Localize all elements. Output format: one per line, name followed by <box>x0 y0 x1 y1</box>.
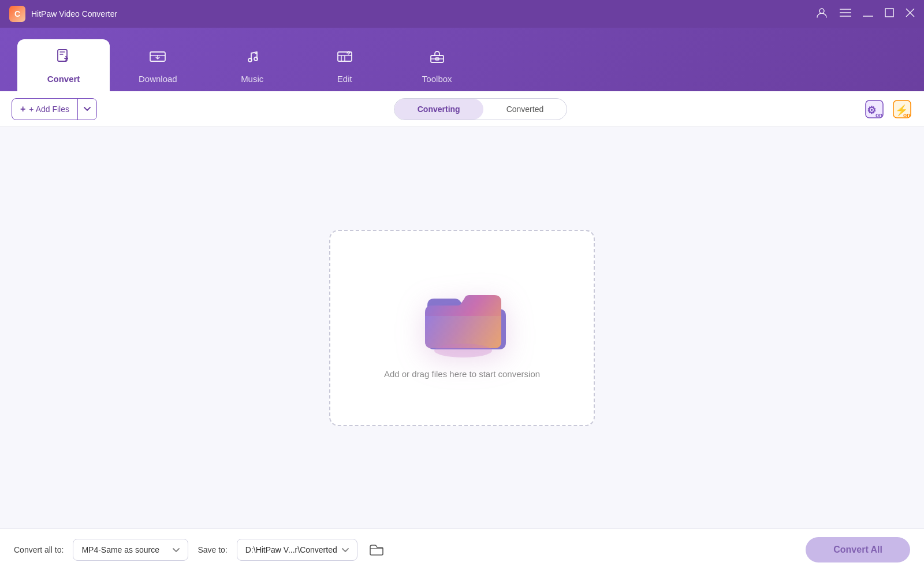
tab-music[interactable]: Music <box>206 39 299 91</box>
svg-point-12 <box>254 57 258 61</box>
svg-text:on: on <box>903 112 910 118</box>
tab-download-label: Download <box>139 74 177 84</box>
tab-edit[interactable]: Edit <box>299 39 391 91</box>
svg-rect-8 <box>58 50 67 61</box>
bottom-bar: Convert all to: MP4-Same as source Save … <box>0 528 924 570</box>
main-content: Add or drag files here to start conversi… <box>0 127 924 528</box>
hw-accel-icon[interactable]: ⚙ on <box>864 99 885 120</box>
download-tab-icon <box>148 47 167 69</box>
convert-tab-icon <box>54 47 73 69</box>
drop-zone[interactable]: Add or drag files here to start conversi… <box>329 230 595 426</box>
converting-tab[interactable]: Converting <box>394 99 483 120</box>
music-tab-icon <box>243 47 262 69</box>
svg-point-23 <box>434 344 492 357</box>
toolbar-right: ⚙ on ⚡ on <box>864 99 912 120</box>
convert-all-to-label: Convert all to: <box>14 545 64 554</box>
menu-icon[interactable] <box>840 8 851 20</box>
save-to-label: Save to: <box>198 545 227 554</box>
svg-point-11 <box>248 58 252 62</box>
account-icon[interactable] <box>815 6 828 21</box>
tab-edit-label: Edit <box>337 74 352 84</box>
nav-bar: Convert Download Music <box>0 28 924 91</box>
toggle-group: Converting Converted <box>394 98 567 120</box>
window-controls <box>815 6 915 21</box>
add-files-dropdown-arrow[interactable] <box>78 99 96 120</box>
format-value: MP4-Same as source <box>81 545 159 554</box>
toolbox-tab-icon <box>428 47 446 69</box>
save-path-select[interactable]: D:\HitPaw V...r\Converted <box>237 539 357 561</box>
drop-zone-text: Add or drag files here to start conversi… <box>384 369 540 379</box>
tab-download[interactable]: Download <box>110 39 206 91</box>
plus-icon: + <box>20 104 25 114</box>
edit-tab-icon <box>336 47 354 69</box>
speed-icon[interactable]: ⚡ on <box>892 99 912 120</box>
add-files-button[interactable]: + + Add Files <box>12 98 97 120</box>
app-logo: C <box>9 6 25 22</box>
toggle-tabs: Converting Converted <box>106 98 855 120</box>
save-path-select-arrow <box>342 545 349 554</box>
app-title: HitPaw Video Converter <box>31 9 815 18</box>
folder-illustration <box>416 277 508 357</box>
tab-toolbox[interactable]: Toolbox <box>391 39 483 91</box>
converted-tab[interactable]: Converted <box>483 99 567 120</box>
svg-rect-5 <box>885 9 893 17</box>
format-select-arrow <box>173 545 180 554</box>
convert-all-button[interactable]: Convert All <box>806 537 910 562</box>
tab-convert[interactable]: Convert <box>17 39 110 91</box>
tab-music-label: Music <box>241 74 263 84</box>
tab-toolbox-label: Toolbox <box>422 74 452 84</box>
toolbar: + + Add Files Converting Converted ⚙ on <box>0 91 924 127</box>
svg-text:⚙: ⚙ <box>867 105 876 116</box>
svg-rect-16 <box>435 58 439 60</box>
add-files-label: + Add Files <box>29 105 69 114</box>
add-files-main[interactable]: + + Add Files <box>12 99 78 120</box>
svg-point-0 <box>819 9 824 13</box>
svg-text:on: on <box>875 112 882 118</box>
minimize-icon[interactable] <box>863 9 873 19</box>
format-select[interactable]: MP4-Same as source <box>73 539 188 561</box>
close-icon[interactable] <box>906 8 915 20</box>
tab-convert-label: Convert <box>47 74 80 84</box>
title-bar: C HitPaw Video Converter <box>0 0 924 28</box>
save-path-value: D:\HitPaw V...r\Converted <box>245 545 337 554</box>
maximize-icon[interactable] <box>885 8 894 20</box>
open-folder-button[interactable] <box>369 543 384 556</box>
